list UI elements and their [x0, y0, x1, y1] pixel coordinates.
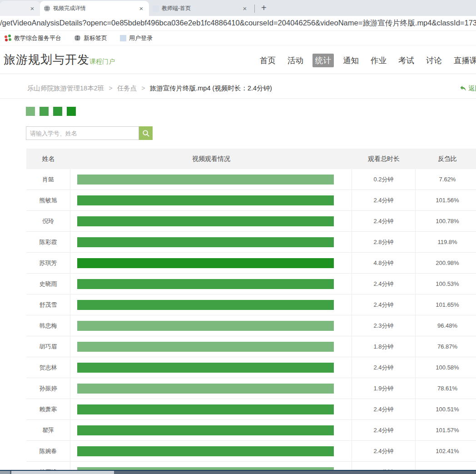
watch-progress-bar	[77, 258, 334, 268]
nav-item[interactable]: 首页	[257, 54, 278, 67]
pinwheel-icon	[5, 35, 11, 41]
rumination-ratio: 7.62%	[416, 176, 476, 183]
horizontal-scrollbar[interactable]	[0, 470, 476, 474]
nav-item[interactable]: 活动	[285, 54, 306, 67]
student-name: 舒茂雪	[26, 294, 70, 315]
watch-bar-cell	[70, 294, 352, 315]
table-row: 贺志林 2.4分钟 100.58%	[26, 357, 476, 378]
scrollbar-thumb[interactable]	[11, 471, 114, 474]
rumination-ratio: 100.51%	[416, 406, 476, 413]
watch-progress-bar	[77, 300, 334, 310]
breadcrumb-class[interactable]: 乐山师院旅游管理18本2班	[27, 85, 104, 92]
watch-bar-cell	[70, 253, 352, 273]
tab-close-icon[interactable]: ×	[28, 5, 36, 13]
student-name: 倪玲	[26, 211, 70, 231]
nav-item[interactable]: 通知	[340, 54, 362, 67]
watch-total-time: 2.4分钟	[352, 441, 416, 461]
address-bar[interactable]: /getVideoAnalysisDetails?openc=0e85bdebf…	[0, 16, 476, 31]
nav-item[interactable]: 讨论	[423, 54, 445, 67]
watch-progress-bar	[77, 237, 334, 247]
watch-total-time: 2.4分钟	[352, 274, 416, 294]
nav-item[interactable]: 考试	[396, 54, 417, 67]
nav-item[interactable]: 统计	[312, 54, 334, 67]
watch-bar-cell	[70, 232, 352, 252]
table-row: 瞿萍 2.4分钟 101.57%	[26, 420, 476, 441]
rumination-ratio: 101.57%	[416, 427, 476, 434]
breadcrumb-separator: >	[109, 85, 112, 92]
new-tab-button[interactable]: +	[257, 3, 271, 16]
user-login-icon	[120, 35, 126, 41]
browser-tab-active[interactable]: 视频完成详情 ×	[40, 1, 149, 16]
search-icon	[142, 130, 150, 137]
student-name: 熊敏旭	[26, 190, 70, 210]
bookmark-teaching-platform[interactable]: 教学综合服务平台	[5, 34, 61, 42]
portal-label: 课程门户	[89, 58, 115, 65]
table-row: 陈彩霞 2.8分钟 119.8%	[26, 232, 476, 253]
header-ratio: 反刍比	[416, 155, 476, 163]
watch-total-time: 2.4分钟	[352, 357, 416, 378]
breadcrumb-video-title: 旅游宣传片终版.mp4	[150, 85, 211, 92]
browser-tab-partial[interactable]: ×	[0, 1, 40, 16]
watch-progress-bar	[77, 363, 334, 373]
bookmark-label: 用户登录	[129, 34, 153, 42]
student-name: 韩忠梅	[26, 315, 70, 336]
student-name: 陈婉春	[26, 441, 70, 461]
table-row: 赖萧寒 2.4分钟 100.51%	[26, 399, 476, 420]
watch-total-time: 2.4分钟	[352, 294, 416, 315]
rumination-ratio: 100.78%	[416, 218, 476, 225]
legend-swatch	[67, 107, 76, 116]
watch-total-time: 2.3分钟	[352, 315, 416, 336]
scroll-left-button[interactable]	[0, 471, 10, 474]
table-header: 姓名 视频观看情况 观看总时长 反刍比	[26, 149, 476, 169]
watch-progress-bar	[77, 279, 334, 289]
search-input[interactable]	[26, 126, 139, 140]
table-row: 孙振婷 1.9分钟 78.61%	[26, 378, 476, 399]
watch-bar-cell	[70, 441, 352, 461]
watch-bar-cell	[70, 274, 352, 294]
search-row	[26, 126, 476, 140]
student-name: 苏琪芳	[26, 253, 70, 273]
browser-tab-teacher-home[interactable]: 教师端-首页 ×	[149, 1, 253, 16]
watch-bar-cell	[70, 399, 352, 419]
watch-progress-bar	[77, 404, 334, 414]
bookmark-user-login[interactable]: 用户登录	[120, 34, 153, 42]
watch-bar-cell	[70, 211, 352, 231]
table-row: 肖懿 0.2分钟 7.62%	[26, 169, 476, 190]
watch-bar-cell	[70, 378, 352, 399]
breadcrumb-duration: (视频时长：2.4分钟)	[213, 85, 272, 92]
breadcrumb-task[interactable]: 任务点	[117, 85, 137, 92]
rumination-ratio: 96.48%	[416, 322, 476, 329]
table-row: 韩忠梅 2.3分钟 96.48%	[26, 315, 476, 336]
back-link[interactable]: 返回	[460, 84, 476, 93]
watch-progress-bar	[77, 321, 334, 331]
watch-progress-bar	[77, 175, 334, 185]
tab-title: 教师端-首页	[162, 5, 238, 12]
watch-progress-bar	[77, 342, 334, 352]
header-name: 姓名	[26, 155, 70, 163]
globe-icon	[74, 35, 81, 41]
nav-item[interactable]: 直播课/见	[451, 54, 476, 67]
watch-level-legend	[26, 107, 476, 116]
video-watch-table: 姓名 视频观看情况 观看总时长 反刍比 肖懿 0.2分钟 7.62% 熊敏旭 2…	[26, 149, 476, 474]
tab-separator	[254, 5, 255, 13]
breadcrumb: 乐山师院旅游管理18本2班 > 任务点 > 旅游宣传片终版.mp4 (视频时长：…	[0, 74, 476, 99]
bookmark-new-tab[interactable]: 新标签页	[74, 34, 107, 42]
search-button[interactable]	[139, 126, 153, 140]
student-name: 孙振婷	[26, 378, 70, 399]
header-watch-status: 视频观看情况	[70, 155, 352, 163]
student-name: 瞿萍	[26, 420, 70, 440]
watch-progress-bar	[77, 425, 334, 435]
watch-total-time: 2.4分钟	[352, 420, 416, 440]
nav-item[interactable]: 作业	[368, 54, 389, 67]
table-row: 舒茂雪 2.4分钟 101.65%	[26, 294, 476, 315]
rumination-ratio: 101.65%	[416, 301, 476, 308]
watch-bar-cell	[70, 315, 352, 336]
rumination-ratio: 76.87%	[416, 343, 476, 350]
watch-total-time: 2.4分钟	[352, 399, 416, 419]
legend-swatch	[53, 107, 62, 116]
course-title-text: 旅游规划与开发	[4, 53, 89, 66]
tab-close-icon[interactable]: ×	[137, 5, 145, 13]
rumination-ratio: 78.61%	[416, 385, 476, 392]
tab-close-icon[interactable]: ×	[241, 5, 249, 13]
watch-progress-bar	[77, 384, 334, 394]
